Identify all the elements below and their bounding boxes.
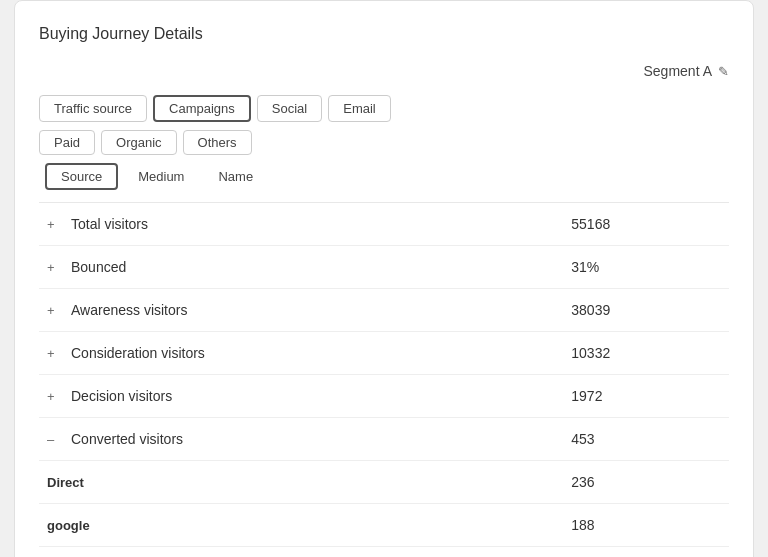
row-label-cell: + Bounced (39, 246, 563, 289)
table-row: + Decision visitors 1972 (39, 375, 729, 418)
tab-social[interactable]: Social (257, 95, 322, 122)
table-row: – Converted visitors 453 (39, 418, 729, 461)
row-value: 1972 (563, 375, 729, 418)
row-label-text: Total visitors (71, 216, 148, 232)
segment-label: Segment A ✎ (644, 63, 730, 79)
expand-icon[interactable]: + (47, 260, 63, 275)
row-label-cell: + Total visitors (39, 203, 563, 246)
row-label-text: Bounced (71, 259, 126, 275)
row-value: 453 (563, 418, 729, 461)
row-label: + Awareness visitors (47, 302, 555, 318)
expand-icon[interactable]: + (47, 346, 63, 361)
buying-journey-card: Buying Journey Details Segment A ✎ Traff… (14, 0, 754, 557)
row-value: 31% (563, 246, 729, 289)
segment-name: Segment A (644, 63, 713, 79)
row-label-cell: Direct (39, 461, 563, 504)
table-row: + Awareness visitors 38039 (39, 289, 729, 332)
tab-paid[interactable]: Paid (39, 130, 95, 155)
table-row: google 188 (39, 504, 729, 547)
row-value: 55168 (563, 203, 729, 246)
tab-others[interactable]: Others (183, 130, 252, 155)
row-label: + Bounced (47, 259, 555, 275)
tab-campaigns[interactable]: Campaigns (153, 95, 251, 122)
edit-icon[interactable]: ✎ (718, 64, 729, 79)
row-label: + Decision visitors (47, 388, 555, 404)
row-label-cell: + Awareness visitors (39, 289, 563, 332)
table-row: + Total visitors 55168 (39, 203, 729, 246)
row-label-text: google (47, 518, 90, 533)
row2-tabs-row: Paid Organic Others (39, 130, 729, 155)
segment-row: Segment A ✎ (39, 63, 729, 79)
expand-icon[interactable]: + (47, 303, 63, 318)
row-label-cell: google (39, 504, 563, 547)
row-label-cell: newsletter (39, 547, 563, 558)
row-label-cell: – Converted visitors (39, 418, 563, 461)
tab-organic[interactable]: Organic (101, 130, 177, 155)
sub-tab-medium[interactable]: Medium (124, 163, 198, 190)
expand-icon[interactable]: + (47, 389, 63, 404)
row-value: 236 (563, 461, 729, 504)
tab-traffic-source[interactable]: Traffic source (39, 95, 147, 122)
table-row: + Bounced 31% (39, 246, 729, 289)
expand-icon[interactable]: – (47, 432, 63, 447)
sub-tab-name[interactable]: Name (204, 163, 267, 190)
row-label: + Consideration visitors (47, 345, 555, 361)
row-label: + Total visitors (47, 216, 555, 232)
row-label: – Converted visitors (47, 431, 555, 447)
expand-icon[interactable]: + (47, 217, 63, 232)
row-value: 188 (563, 504, 729, 547)
row-value: 10332 (563, 332, 729, 375)
tab-email[interactable]: Email (328, 95, 391, 122)
card-title: Buying Journey Details (39, 25, 729, 43)
row-label-text: Decision visitors (71, 388, 172, 404)
tabs-row: Traffic source Campaigns Social Email (39, 95, 729, 122)
sub-tab-source[interactable]: Source (45, 163, 118, 190)
table-row: Direct 236 (39, 461, 729, 504)
row-label-text: Converted visitors (71, 431, 183, 447)
sub-tabs-row: Source Medium Name (39, 163, 729, 190)
row-label-text: Consideration visitors (71, 345, 205, 361)
row-value: 29 (563, 547, 729, 558)
table-row: newsletter 29 (39, 547, 729, 558)
row-label-cell: + Consideration visitors (39, 332, 563, 375)
table-row: + Consideration visitors 10332 (39, 332, 729, 375)
row-label-text: Awareness visitors (71, 302, 187, 318)
row-label-cell: + Decision visitors (39, 375, 563, 418)
row-label-text: Direct (47, 475, 84, 490)
row-value: 38039 (563, 289, 729, 332)
data-table: + Total visitors 55168 + Bounced 31% (39, 203, 729, 557)
